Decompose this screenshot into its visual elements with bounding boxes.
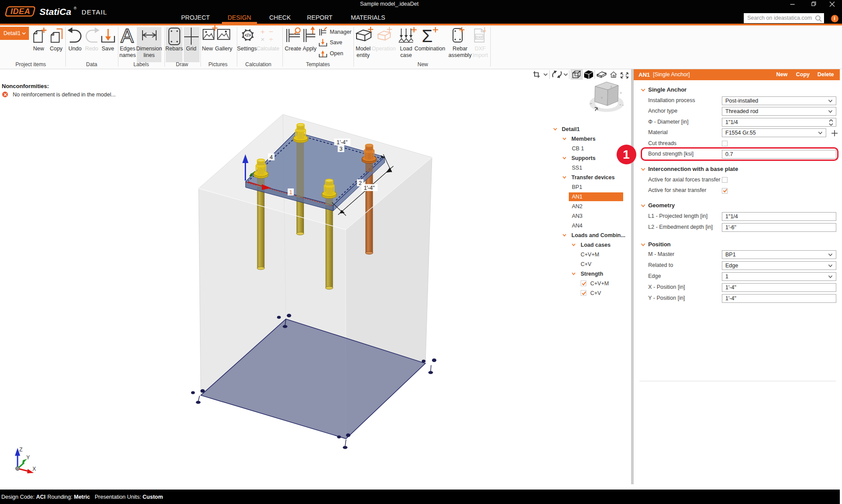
svg-text:2: 2 bbox=[359, 180, 362, 186]
svg-text:3: 3 bbox=[339, 146, 343, 152]
svg-text:+: + bbox=[260, 28, 265, 36]
svg-text:Y: Y bbox=[601, 96, 603, 99]
svg-text:DXF: DXF bbox=[476, 35, 483, 39]
svg-text:x: x bbox=[620, 91, 622, 94]
svg-text:X: X bbox=[32, 466, 36, 472]
svg-text:÷: ÷ bbox=[269, 35, 273, 43]
svg-text:4: 4 bbox=[270, 154, 273, 160]
svg-text:Z: Z bbox=[19, 447, 22, 453]
svg-text:z: z bbox=[610, 85, 612, 88]
svg-text:1'-4": 1'-4" bbox=[364, 185, 375, 191]
svg-text:1: 1 bbox=[289, 189, 293, 195]
svg-text:1'-4": 1'-4" bbox=[337, 139, 348, 146]
svg-text:Σ: Σ bbox=[422, 26, 433, 46]
svg-text:−: − bbox=[269, 28, 273, 36]
svg-text:</>: </> bbox=[245, 33, 251, 38]
svg-text:A: A bbox=[121, 25, 134, 46]
svg-text:Y: Y bbox=[26, 454, 30, 461]
svg-text:×: × bbox=[261, 35, 265, 43]
